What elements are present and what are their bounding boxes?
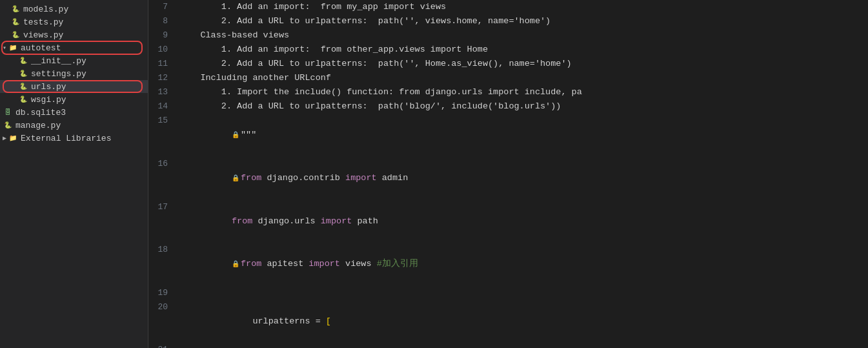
- sidebar-inner: 🐍 models.py 🐍 tests.py 🐍 views.py ▾ 📁 au…: [0, 3, 148, 145]
- line-number-12: 12: [148, 71, 176, 85]
- sidebar-item-init-py[interactable]: 🐍 __init__.py: [0, 54, 148, 67]
- sidebar-item-tests-py[interactable]: 🐍 tests.py: [0, 15, 148, 28]
- sidebar-item-manage-py[interactable]: 🐍 manage.py: [0, 119, 148, 132]
- sidebar-item-models-py[interactable]: 🐍 models.py: [0, 3, 148, 15]
- sidebar-label-tests-py: tests.py: [23, 17, 63, 27]
- collapse-arrow-icon: ▶: [3, 134, 6, 142]
- code-table: 7 1. Add an import: from my_app import v…: [148, 0, 868, 348]
- line-content-9: Class-based views: [176, 28, 868, 43]
- line-content-21: path('admin/', admin.site.urls),: [176, 343, 868, 348]
- sidebar-item-views-py[interactable]: 🐍 views.py: [0, 28, 148, 41]
- line-number-16: 16: [148, 157, 176, 200]
- line-content-10: 1. Add an import: from other_app.views i…: [176, 43, 868, 57]
- folder-icon: 📁: [8, 133, 18, 143]
- code-line-19: 19: [148, 286, 868, 300]
- autotest-folder-container: ▾ 📁 autotest: [0, 41, 148, 54]
- code-line-17: 17 from django.urls import path: [148, 200, 868, 243]
- code-line-10: 10 1. Add an import: from other_app.view…: [148, 43, 868, 57]
- py-icon: 🐍: [3, 120, 13, 130]
- py-icon: 🐍: [18, 94, 28, 105]
- line-number-14: 14: [148, 99, 176, 114]
- sidebar-item-urls-py[interactable]: 🐍 urls.py: [0, 80, 148, 93]
- py-icon: 🐍: [10, 4, 21, 14]
- code-line-20: 20 urlpatterns = [: [148, 300, 868, 343]
- sidebar-label-init-py: __init__.py: [31, 56, 86, 66]
- code-line-9: 9 Class-based views: [148, 28, 868, 43]
- line-number-10: 10: [148, 43, 176, 57]
- line-number-9: 9: [148, 28, 176, 43]
- sidebar-label-views-py: views.py: [23, 30, 63, 40]
- line-content-7: 1. Add an import: from my_app import vie…: [176, 0, 868, 14]
- code-line-16: 16 🔒from django.contrib import admin: [148, 157, 868, 200]
- sidebar-label-models-py: models.py: [23, 5, 68, 14]
- py-icon: 🐍: [10, 30, 21, 40]
- line-number-20: 20: [148, 300, 176, 343]
- code-editor: 7 1. Add an import: from my_app import v…: [148, 0, 868, 348]
- code-line-12: 12 Including another URLconf: [148, 71, 868, 85]
- line-number-15: 15: [148, 114, 176, 157]
- line-content-20: urlpatterns = [: [176, 300, 868, 343]
- folder-icon: 📁: [8, 43, 18, 53]
- line-content-8: 2. Add a URL to urlpatterns: path('', vi…: [176, 14, 868, 28]
- code-line-13: 13 1. Import the include() function: fro…: [148, 85, 868, 99]
- line-content-13: 1. Import the include() function: from d…: [176, 85, 868, 99]
- code-line-7: 7 1. Add an import: from my_app import v…: [148, 0, 868, 14]
- sidebar-label-wsgi-py: wsgi.py: [31, 95, 66, 105]
- line-number-13: 13: [148, 85, 176, 99]
- sidebar-item-wsgi-py[interactable]: 🐍 wsgi.py: [0, 93, 148, 106]
- py-icon: 🐍: [18, 81, 28, 92]
- sidebar-item-external-libraries[interactable]: ▶ 📁 External Libraries: [0, 132, 148, 145]
- line-content-12: Including another URLconf: [176, 71, 868, 85]
- lock-icon-16: 🔒: [232, 175, 239, 182]
- sidebar-label-settings-py: settings.py: [31, 69, 86, 79]
- sidebar-item-db-sqlite3[interactable]: 🗄 db.sqlite3: [0, 106, 148, 119]
- py-icon: 🐍: [18, 56, 28, 66]
- sidebar-item-autotest[interactable]: ▾ 📁 autotest: [0, 41, 148, 54]
- urls-py-container: 🐍 urls.py: [0, 80, 148, 93]
- py-icon: 🐍: [18, 68, 28, 79]
- sidebar-label-external-libraries: External Libraries: [21, 134, 111, 143]
- line-number-17: 17: [148, 200, 176, 243]
- line-content-11: 2. Add a URL to urlpatterns: path('', Ho…: [176, 57, 868, 71]
- sidebar-label-autotest: autotest: [21, 43, 61, 53]
- sidebar-label-urls-py: urls.py: [31, 82, 66, 92]
- sidebar-label-db-sqlite3: db.sqlite3: [15, 108, 66, 118]
- lock-icon-15: 🔒: [232, 132, 239, 139]
- file-tree-sidebar: 🐍 models.py 🐍 tests.py 🐍 views.py ▾ 📁 au…: [0, 0, 148, 348]
- line-content-19: [176, 286, 868, 300]
- py-icon: 🐍: [10, 17, 21, 27]
- code-line-21: 21 path('admin/', admin.site.urls),: [148, 343, 868, 348]
- line-number-19: 19: [148, 286, 176, 300]
- code-line-8: 8 2. Add a URL to urlpatterns: path('', …: [148, 14, 868, 28]
- sidebar-label-manage-py: manage.py: [15, 121, 61, 130]
- code-line-18: 18 🔒from apitest import views #加入引用: [148, 243, 868, 286]
- line-content-18: 🔒from apitest import views #加入引用: [176, 243, 868, 286]
- line-content-15: 🔒""": [176, 114, 868, 157]
- line-number-18: 18: [148, 243, 176, 286]
- line-number-11: 11: [148, 57, 176, 71]
- line-content-17: from django.urls import path: [176, 200, 868, 243]
- db-icon: 🗄: [3, 107, 13, 118]
- code-line-11: 11 2. Add a URL to urlpatterns: path('',…: [148, 57, 868, 71]
- line-number-7: 7: [148, 0, 176, 14]
- lock-icon-18: 🔒: [232, 261, 239, 268]
- code-line-15: 15 🔒""": [148, 114, 868, 157]
- code-line-14: 14 2. Add a URL to urlpatterns: path('bl…: [148, 99, 868, 114]
- expand-arrow-icon: ▾: [3, 44, 6, 52]
- line-content-14: 2. Add a URL to urlpatterns: path('blog/…: [176, 99, 868, 114]
- line-number-21: 21: [148, 343, 176, 348]
- line-number-8: 8: [148, 14, 176, 28]
- sidebar-item-settings-py[interactable]: 🐍 settings.py: [0, 67, 148, 80]
- line-content-16: 🔒from django.contrib import admin: [176, 157, 868, 200]
